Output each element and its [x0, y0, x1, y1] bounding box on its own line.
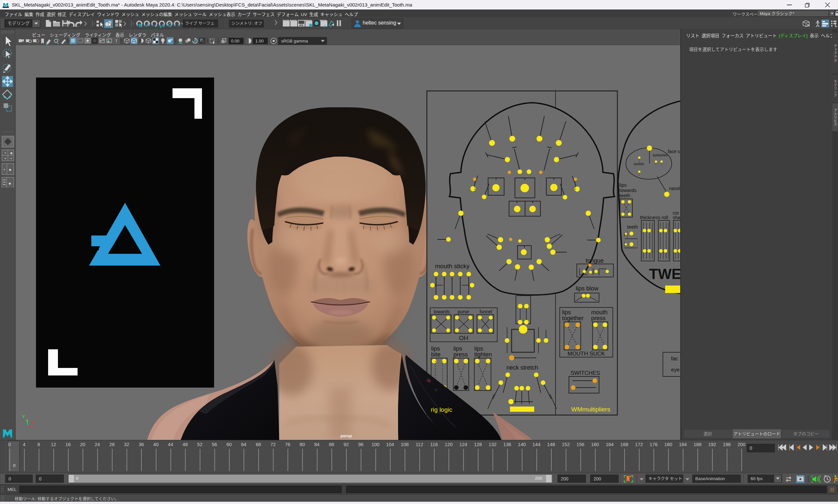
svg-text:140: 140	[518, 442, 526, 447]
svg-text:0.00: 0.00	[231, 39, 239, 43]
svg-text:nasol: nasol	[669, 186, 680, 191]
svg-text:4: 4	[23, 442, 25, 447]
svg-text:152: 152	[562, 442, 570, 447]
svg-text:together: together	[562, 315, 584, 322]
svg-text:+: +	[4, 151, 6, 155]
svg-text:156: 156	[576, 442, 584, 447]
svg-text:132: 132	[489, 442, 496, 447]
svg-text:168: 168	[620, 442, 628, 447]
svg-text:X: X	[31, 420, 34, 425]
svg-text:88: 88	[329, 442, 334, 447]
svg-text:24: 24	[94, 442, 100, 447]
svg-text:96: 96	[358, 442, 363, 447]
svg-text:104: 104	[386, 442, 394, 447]
svg-text:roll: roll	[662, 215, 668, 220]
svg-text:92: 92	[344, 442, 349, 447]
svg-text:tighten: tighten	[474, 351, 492, 358]
svg-text:eyelids: eyelids	[634, 162, 644, 166]
svg-text:teeth: teeth	[619, 193, 630, 198]
svg-text:fac: fac	[671, 356, 678, 361]
svg-text:128: 128	[474, 442, 482, 447]
svg-text:teeth: teeth	[627, 224, 638, 230]
svg-text:188: 188	[694, 442, 701, 447]
svg-text:◆: ◆	[9, 168, 12, 172]
svg-text:1.00: 1.00	[255, 39, 263, 43]
svg-text:towards: towards	[434, 309, 450, 314]
svg-text:neck stretch: neck stretch	[506, 364, 538, 371]
svg-text:WMmultipliers: WMmultipliers	[571, 406, 610, 413]
svg-text:172: 172	[635, 442, 643, 447]
svg-text:112: 112	[416, 442, 423, 447]
svg-text:mouth sticky: mouth sticky	[435, 263, 470, 270]
svg-text:8: 8	[37, 442, 40, 447]
svg-text:44: 44	[168, 442, 173, 447]
svg-text:148: 148	[547, 442, 555, 447]
svg-text:60: 60	[227, 442, 232, 447]
svg-text:towards: towards	[619, 187, 637, 193]
svg-text:IPR: IPR	[299, 24, 303, 27]
svg-text:76: 76	[285, 442, 290, 447]
svg-text:lips: lips	[453, 345, 462, 352]
svg-text:36: 36	[138, 442, 144, 447]
svg-text:40: 40	[153, 442, 158, 447]
svg-text:108: 108	[401, 442, 408, 447]
svg-text:200: 200	[737, 442, 745, 447]
svg-text:160: 160	[591, 442, 599, 447]
svg-text:+: +	[10, 156, 12, 160]
svg-text:84: 84	[314, 442, 319, 447]
svg-text:184: 184	[679, 442, 687, 447]
svg-text:SWITCHES: SWITCHES	[571, 370, 600, 376]
svg-text:rig logic: rig logic	[431, 406, 452, 413]
svg-text:+: +	[3, 167, 5, 172]
svg-text:T: T	[115, 39, 118, 43]
svg-text:164: 164	[606, 442, 613, 447]
svg-text:eyelashes: eyelashes	[653, 154, 667, 157]
svg-text:lips: lips	[431, 345, 440, 352]
svg-text:tongue: tongue	[586, 257, 604, 264]
svg-text:TWEAKERS: TWEAKERS	[649, 266, 680, 282]
svg-text:116: 116	[430, 442, 438, 447]
svg-text:persp: persp	[341, 433, 352, 438]
svg-text:192: 192	[708, 442, 716, 447]
svg-text:120: 120	[444, 442, 452, 447]
svg-text:press: press	[453, 351, 468, 358]
svg-text:52: 52	[197, 442, 202, 447]
svg-text:100: 100	[371, 442, 379, 447]
svg-text:eye: eye	[671, 367, 680, 373]
svg-text:lips blow: lips blow	[576, 285, 599, 292]
svg-text:12: 12	[51, 442, 56, 447]
svg-text:sha: sha	[673, 215, 680, 220]
svg-text:bite: bite	[431, 351, 441, 358]
svg-text:mouth: mouth	[591, 309, 608, 316]
svg-text:+: +	[4, 156, 6, 160]
svg-text:48: 48	[183, 442, 188, 447]
svg-text:OH: OH	[459, 335, 468, 341]
svg-text:144: 144	[533, 442, 540, 447]
svg-text:0: 0	[8, 442, 11, 447]
svg-text:lips: lips	[474, 345, 483, 352]
svg-text:72: 72	[270, 442, 276, 447]
svg-text:◆: ◆	[8, 181, 11, 185]
svg-text:124: 124	[459, 442, 467, 447]
svg-text:68: 68	[256, 442, 261, 447]
svg-text:28: 28	[109, 442, 115, 447]
svg-text:20: 20	[80, 442, 85, 447]
svg-text:thickness: thickness	[640, 215, 661, 220]
svg-text:lips: lips	[619, 182, 627, 188]
svg-text:180: 180	[664, 442, 672, 447]
svg-text:press: press	[591, 315, 606, 322]
svg-text:136: 136	[503, 442, 511, 447]
svg-text:64: 64	[241, 442, 246, 447]
svg-text:16: 16	[66, 442, 71, 447]
svg-text:face s: face s	[668, 149, 680, 154]
svg-text:56: 56	[212, 442, 217, 447]
svg-text:0: 0	[13, 463, 15, 468]
svg-text:32: 32	[124, 442, 129, 447]
svg-text:sRGB gamma: sRGB gamma	[281, 39, 308, 43]
svg-text:176: 176	[650, 442, 658, 447]
svg-text:MOUTH SUCK: MOUTH SUCK	[568, 350, 605, 357]
svg-text:purse: purse	[458, 309, 469, 314]
svg-text:80: 80	[299, 442, 305, 447]
svg-text:196: 196	[723, 442, 731, 447]
svg-text:funnel: funnel	[479, 309, 492, 314]
